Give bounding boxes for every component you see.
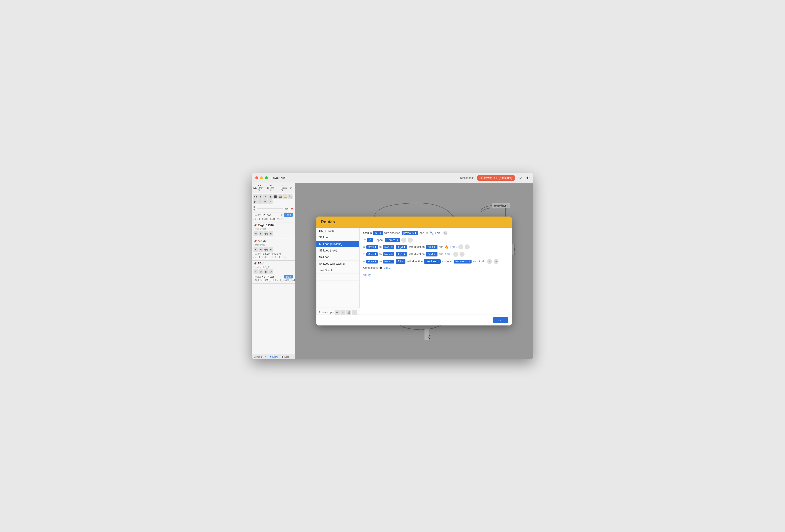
step1-block-select[interactable]: IL_3 ⬍ — [396, 245, 407, 249]
route-item-empty-3 — [316, 287, 359, 294]
go-button[interactable]: Go — [518, 176, 523, 180]
step1-edit-button[interactable]: Edit... — [450, 245, 457, 248]
loco-ctrl-stop[interactable]: ⏹ — [269, 231, 273, 236]
ctrl-4[interactable]: ◀| — [268, 194, 273, 199]
completion-edit-button[interactable]: Edit... — [384, 266, 391, 269]
route-item-s4[interactable]: S4 Loop — [316, 254, 359, 261]
step3-move-select[interactable]: Move ⬍ — [366, 260, 378, 264]
loco-ctrl-back[interactable]: ◀◀ — [263, 231, 268, 236]
main-window: Layout V9 Disconnect ⚡ Power OFF (Simula… — [252, 173, 533, 359]
step2-add-button[interactable]: + — [453, 252, 458, 257]
demo-stop-button[interactable]: ⏹ Stop — [281, 355, 289, 358]
route-item-s3-prev[interactable]: S3 Loop (previous) — [316, 241, 359, 247]
tgv-ctrl-1[interactable]: ● — [253, 269, 258, 274]
step1-remove-button[interactable]: − — [465, 244, 470, 249]
eye-icon[interactable]: 👁 — [526, 176, 530, 180]
step1-add-button[interactable]: + — [458, 244, 463, 249]
step2-drag-handle[interactable]: ≡ — [363, 252, 365, 256]
power-off-button[interactable]: ⚡ Power OFF (Simulator) — [477, 175, 515, 181]
step1-block-label-select[interactable]: block ⬍ — [383, 245, 394, 249]
tgv-ctrl-2[interactable]: ★ — [258, 269, 263, 274]
route-item-s3-next[interactable]: S3 Loop (next) — [316, 247, 359, 254]
start-all-button[interactable]: ▶▶ ▶▶ Start All — [253, 184, 265, 192]
step2-block-label-select[interactable]: block ⬍ — [383, 252, 394, 256]
ctrl-12[interactable]: ≡ — [268, 199, 273, 204]
tgv-chevron[interactable]: ⬍ — [281, 275, 283, 278]
sbahn-ctrl-3[interactable]: ◀◀ — [263, 247, 268, 252]
step2-remove-button[interactable]: − — [459, 252, 464, 257]
step3-add-button[interactable]: + — [487, 259, 492, 264]
sbahn-ctrl-1[interactable]: ● — [253, 247, 258, 252]
ctrl-10[interactable]: ↩ — [258, 199, 262, 204]
step1-drag-handle[interactable]: ≡ — [363, 245, 365, 249]
speed-values: 0 0 — [253, 206, 255, 211]
repeat-times-value: 2 times — [387, 239, 396, 242]
ctrl-1[interactable]: ◀◀ — [253, 194, 258, 199]
ctrl-8[interactable]: 🔧 — [288, 194, 293, 199]
verify-button[interactable]: Verify — [363, 273, 371, 276]
tgv-start-button[interactable]: Start — [284, 275, 293, 278]
ctrl-2[interactable]: ◀ — [258, 194, 262, 199]
route-start-button[interactable]: Start — [284, 213, 293, 217]
step2-add-btn[interactable]: Add... — [445, 252, 452, 256]
ctrl-3[interactable]: ● — [263, 194, 268, 199]
settings-icon[interactable]: ⚙ — [290, 186, 293, 190]
ctrl-7[interactable]: 🚃 — [283, 194, 287, 199]
route-item-s4-waiting[interactable]: S4 Loop with Waiting — [316, 261, 359, 267]
step3-block-select[interactable]: S3 ⬍ — [396, 259, 405, 264]
step2-move-select[interactable]: Move ⬍ — [366, 252, 378, 256]
sbahn-ctrl-2[interactable]: ★ — [258, 247, 263, 252]
step1-direction-select[interactable]: next ⬍ — [426, 245, 437, 249]
repeat-add-button[interactable]: + — [401, 238, 406, 243]
copy-route-button[interactable]: ⎘ — [346, 310, 351, 315]
step3-direction-select[interactable]: previous ⬍ — [424, 259, 441, 264]
repeat-checkbox[interactable]: ✓ — [367, 238, 373, 242]
start-info-icon[interactable]: ⓘ — [444, 231, 448, 235]
loco-name-regio: Regio 11310 — [258, 224, 274, 227]
step3-remove-button[interactable]: − — [493, 259, 499, 264]
demo-start-button[interactable]: ▶ Start — [270, 355, 278, 358]
sort-route-button[interactable]: ↕ — [352, 310, 357, 315]
start-direction-select[interactable]: previous ⬍ — [402, 231, 418, 235]
route-item-hs_t7[interactable]: HS_T7 Loop — [316, 228, 359, 234]
dialog-footer: OK — [316, 315, 512, 325]
stop-all-button[interactable]: ⏹ ⏹ Stop All — [267, 184, 276, 192]
start-block-select[interactable]: S3 ⬍ — [373, 231, 383, 235]
minimize-button[interactable] — [260, 176, 263, 179]
ctrl-6[interactable]: 🚂 — [278, 194, 283, 199]
sbahn-ctrl-4[interactable]: ⏹ — [269, 247, 273, 252]
loco-ctrl-star[interactable]: ★ — [253, 231, 258, 236]
ok-button[interactable]: OK — [493, 317, 508, 323]
repeat-times-select[interactable]: 2 times ⬍ — [385, 238, 400, 242]
step3-block-label-select[interactable]: block ⬍ — [383, 260, 394, 264]
close-button[interactable] — [255, 176, 258, 179]
remove-route-button[interactable]: - — [340, 310, 346, 315]
start-edit-button[interactable]: Edit... — [435, 232, 442, 235]
tgv-ctrl-3[interactable]: ⏹ — [263, 269, 268, 274]
route-chevron[interactable]: ⬍ — [281, 213, 283, 216]
finish-all-button[interactable]: ⏭ ⏭ Finish All — [278, 184, 288, 192]
step2-block-select[interactable]: IL_1 ⬍ — [396, 252, 407, 257]
step1-move-select[interactable]: Move ⬍ — [366, 245, 378, 249]
ctrl-11[interactable]: ⟳ — [263, 199, 268, 204]
step2-direction-select[interactable]: next ⬍ — [426, 252, 437, 257]
canvas-area[interactable]: RAMP_LEFT RAMP_RIGHT OL_1 OL_2 — [295, 183, 533, 359]
ctrl-9[interactable]: ▶ — [253, 199, 258, 204]
ctrl-5[interactable]: ⬛ — [273, 194, 278, 199]
step3-and-wait-label: and wait — [442, 260, 452, 263]
tgv-ctrl-4[interactable]: ⟳ — [269, 269, 273, 274]
step3-add-btn[interactable]: Add... — [479, 260, 486, 263]
route-item-s2[interactable]: S2 Loop — [316, 234, 359, 241]
add-route-button[interactable]: + — [335, 310, 339, 315]
repeat-remove-button[interactable]: − — [408, 238, 413, 243]
maximize-button[interactable] — [265, 176, 268, 179]
speed-slider[interactable] — [257, 208, 283, 209]
demo-spinner[interactable]: ⬍ — [264, 355, 266, 358]
repeat-drag-handle[interactable]: ≡ — [364, 238, 366, 242]
route-item-test[interactable]: Test Script — [316, 267, 359, 274]
step3-drag-handle[interactable]: ≡ — [363, 260, 365, 263]
disconnect-button[interactable]: Disconnect — [460, 176, 474, 180]
step3-wait-spinner[interactable]: 20 seconds ⬍ — [454, 260, 472, 264]
repeat-label: Repeat — [375, 239, 383, 242]
loco-ctrl-play[interactable]: ▶ — [258, 231, 263, 236]
